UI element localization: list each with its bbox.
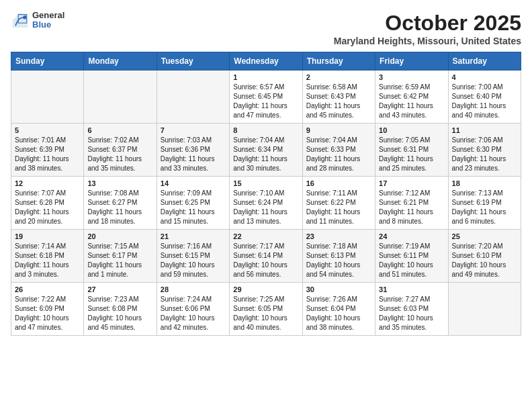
calendar-cell: 13Sunrise: 7:08 AMSunset: 6:27 PMDayligh… xyxy=(84,177,157,230)
day-info: Sunrise: 7:00 AMSunset: 6:40 PMDaylight:… xyxy=(452,83,517,120)
logo-text: General Blue xyxy=(32,11,64,30)
calendar: SundayMondayTuesdayWednesdayThursdayFrid… xyxy=(11,52,521,336)
calendar-cell: 18Sunrise: 7:13 AMSunset: 6:19 PMDayligh… xyxy=(448,177,521,230)
svg-point-3 xyxy=(23,15,27,19)
calendar-cell: 31Sunrise: 7:27 AMSunset: 6:03 PMDayligh… xyxy=(375,283,448,336)
day-info: Sunrise: 6:57 AMSunset: 6:45 PMDaylight:… xyxy=(233,83,298,120)
day-info: Sunrise: 7:22 AMSunset: 6:09 PMDaylight:… xyxy=(15,295,80,332)
calendar-cell xyxy=(157,71,229,124)
logo-blue: Blue xyxy=(32,20,64,30)
day-number: 18 xyxy=(452,179,517,187)
calendar-cell: 27Sunrise: 7:23 AMSunset: 6:08 PMDayligh… xyxy=(84,283,157,336)
day-number: 16 xyxy=(306,179,371,187)
day-info: Sunrise: 7:01 AMSunset: 6:39 PMDaylight:… xyxy=(15,136,80,173)
calendar-cell: 7Sunrise: 7:03 AMSunset: 6:36 PMDaylight… xyxy=(157,124,229,177)
day-info: Sunrise: 7:20 AMSunset: 6:10 PMDaylight:… xyxy=(452,242,517,279)
calendar-cell: 19Sunrise: 7:14 AMSunset: 6:18 PMDayligh… xyxy=(11,230,84,283)
calendar-week-row: 12Sunrise: 7:07 AMSunset: 6:28 PMDayligh… xyxy=(11,177,521,230)
day-info: Sunrise: 7:17 AMSunset: 6:14 PMDaylight:… xyxy=(233,242,298,279)
calendar-week-row: 1Sunrise: 6:57 AMSunset: 6:45 PMDaylight… xyxy=(11,71,521,124)
day-number: 28 xyxy=(161,285,226,293)
day-info: Sunrise: 7:25 AMSunset: 6:05 PMDaylight:… xyxy=(233,295,298,332)
day-number: 4 xyxy=(452,73,517,81)
day-number: 21 xyxy=(161,232,226,240)
calendar-header-tuesday: Tuesday xyxy=(157,52,229,71)
day-number: 3 xyxy=(379,73,444,81)
day-info: Sunrise: 7:08 AMSunset: 6:27 PMDaylight:… xyxy=(87,189,152,226)
calendar-header-thursday: Thursday xyxy=(302,52,375,71)
day-info: Sunrise: 7:09 AMSunset: 6:25 PMDaylight:… xyxy=(161,189,226,226)
day-number: 26 xyxy=(15,285,80,293)
calendar-cell: 26Sunrise: 7:22 AMSunset: 6:09 PMDayligh… xyxy=(11,283,84,336)
day-number: 12 xyxy=(15,179,80,187)
day-number: 29 xyxy=(233,285,298,293)
day-info: Sunrise: 7:19 AMSunset: 6:11 PMDaylight:… xyxy=(379,242,444,279)
calendar-cell xyxy=(448,283,521,336)
day-info: Sunrise: 7:13 AMSunset: 6:19 PMDaylight:… xyxy=(452,189,517,226)
day-number: 19 xyxy=(15,232,80,240)
day-info: Sunrise: 7:11 AMSunset: 6:22 PMDaylight:… xyxy=(306,189,371,226)
calendar-cell: 22Sunrise: 7:17 AMSunset: 6:14 PMDayligh… xyxy=(230,230,302,283)
calendar-cell: 14Sunrise: 7:09 AMSunset: 6:25 PMDayligh… xyxy=(157,177,229,230)
day-number: 7 xyxy=(161,126,226,134)
day-info: Sunrise: 7:18 AMSunset: 6:13 PMDaylight:… xyxy=(306,242,371,279)
day-number: 6 xyxy=(87,126,152,134)
day-info: Sunrise: 7:16 AMSunset: 6:15 PMDaylight:… xyxy=(161,242,226,279)
calendar-cell: 29Sunrise: 7:25 AMSunset: 6:05 PMDayligh… xyxy=(230,283,302,336)
day-info: Sunrise: 7:14 AMSunset: 6:18 PMDaylight:… xyxy=(15,242,80,279)
calendar-cell xyxy=(84,71,157,124)
calendar-week-row: 5Sunrise: 7:01 AMSunset: 6:39 PMDaylight… xyxy=(11,124,521,177)
day-number: 17 xyxy=(379,179,444,187)
day-info: Sunrise: 7:03 AMSunset: 6:36 PMDaylight:… xyxy=(161,136,226,173)
day-number: 5 xyxy=(15,126,80,134)
day-info: Sunrise: 7:27 AMSunset: 6:03 PMDaylight:… xyxy=(379,295,444,332)
day-info: Sunrise: 6:59 AMSunset: 6:42 PMDaylight:… xyxy=(379,83,444,120)
calendar-cell: 3Sunrise: 6:59 AMSunset: 6:42 PMDaylight… xyxy=(375,71,448,124)
calendar-header-monday: Monday xyxy=(84,52,157,71)
month-title: October 2025 xyxy=(334,11,521,36)
calendar-cell: 30Sunrise: 7:26 AMSunset: 6:04 PMDayligh… xyxy=(302,283,375,336)
calendar-cell: 17Sunrise: 7:12 AMSunset: 6:21 PMDayligh… xyxy=(375,177,448,230)
day-info: Sunrise: 7:26 AMSunset: 6:04 PMDaylight:… xyxy=(306,295,371,332)
calendar-header-sunday: Sunday xyxy=(11,52,84,71)
day-number: 8 xyxy=(233,126,298,134)
calendar-week-row: 19Sunrise: 7:14 AMSunset: 6:18 PMDayligh… xyxy=(11,230,521,283)
title-area: October 2025 Maryland Heights, Missouri,… xyxy=(334,11,521,46)
day-info: Sunrise: 7:24 AMSunset: 6:06 PMDaylight:… xyxy=(161,295,226,332)
day-number: 10 xyxy=(379,126,444,134)
day-info: Sunrise: 7:12 AMSunset: 6:21 PMDaylight:… xyxy=(379,189,444,226)
calendar-cell: 25Sunrise: 7:20 AMSunset: 6:10 PMDayligh… xyxy=(448,230,521,283)
day-number: 11 xyxy=(452,126,517,134)
location: Maryland Heights, Missouri, United State… xyxy=(334,36,521,46)
day-info: Sunrise: 7:04 AMSunset: 6:33 PMDaylight:… xyxy=(306,136,371,173)
calendar-cell: 9Sunrise: 7:04 AMSunset: 6:33 PMDaylight… xyxy=(302,124,375,177)
day-number: 24 xyxy=(379,232,444,240)
day-number: 15 xyxy=(233,179,298,187)
calendar-cell: 21Sunrise: 7:16 AMSunset: 6:15 PMDayligh… xyxy=(157,230,229,283)
day-info: Sunrise: 7:07 AMSunset: 6:28 PMDaylight:… xyxy=(15,189,80,226)
day-number: 14 xyxy=(161,179,226,187)
day-number: 23 xyxy=(306,232,371,240)
calendar-cell: 23Sunrise: 7:18 AMSunset: 6:13 PMDayligh… xyxy=(302,230,375,283)
day-info: Sunrise: 7:02 AMSunset: 6:37 PMDaylight:… xyxy=(87,136,152,173)
calendar-cell: 12Sunrise: 7:07 AMSunset: 6:28 PMDayligh… xyxy=(11,177,84,230)
day-number: 13 xyxy=(87,179,152,187)
calendar-cell: 15Sunrise: 7:10 AMSunset: 6:24 PMDayligh… xyxy=(230,177,302,230)
day-number: 31 xyxy=(379,285,444,293)
calendar-cell: 16Sunrise: 7:11 AMSunset: 6:22 PMDayligh… xyxy=(302,177,375,230)
logo-icon xyxy=(11,11,30,30)
calendar-cell: 10Sunrise: 7:05 AMSunset: 6:31 PMDayligh… xyxy=(375,124,448,177)
day-number: 25 xyxy=(452,232,517,240)
day-info: Sunrise: 6:58 AMSunset: 6:43 PMDaylight:… xyxy=(306,83,371,120)
logo: General Blue xyxy=(11,11,64,30)
calendar-header-saturday: Saturday xyxy=(448,52,521,71)
calendar-cell: 4Sunrise: 7:00 AMSunset: 6:40 PMDaylight… xyxy=(448,71,521,124)
day-info: Sunrise: 7:15 AMSunset: 6:17 PMDaylight:… xyxy=(87,242,152,279)
logo-general: General xyxy=(32,11,64,20)
calendar-cell: 28Sunrise: 7:24 AMSunset: 6:06 PMDayligh… xyxy=(157,283,229,336)
calendar-cell: 6Sunrise: 7:02 AMSunset: 6:37 PMDaylight… xyxy=(84,124,157,177)
calendar-header-row: SundayMondayTuesdayWednesdayThursdayFrid… xyxy=(11,52,521,71)
day-info: Sunrise: 7:23 AMSunset: 6:08 PMDaylight:… xyxy=(87,295,152,332)
day-number: 22 xyxy=(233,232,298,240)
calendar-cell: 24Sunrise: 7:19 AMSunset: 6:11 PMDayligh… xyxy=(375,230,448,283)
